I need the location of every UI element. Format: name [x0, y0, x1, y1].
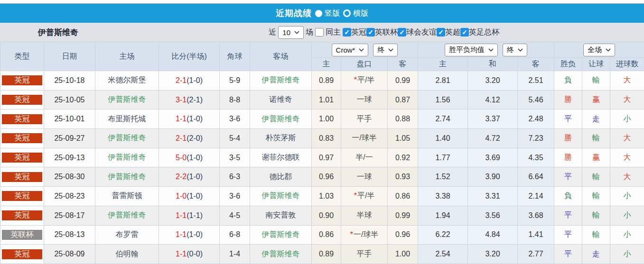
away-team-link[interactable]: 伊普斯维奇	[262, 76, 300, 84]
date-cell: 25-08-23	[44, 187, 95, 206]
odds-away-cell: 0.99	[388, 206, 418, 225]
league-label: 英联杯	[375, 27, 398, 37]
match-type-badge: 英冠	[2, 153, 42, 163]
avg-type-select[interactable]: 胜平负均值	[445, 44, 498, 56]
handicap-cell: *平/半	[341, 71, 388, 91]
avg-home-cell: 1.52	[418, 167, 468, 187]
avg-draw-cell: 4.12	[468, 90, 518, 109]
odds-company-select[interactable]: Crow*	[332, 44, 369, 56]
full-score: 1-1	[176, 230, 187, 238]
half-score: (1-0)	[187, 173, 203, 181]
home-team-cell: 伊普斯维奇	[95, 129, 159, 148]
table-row: 英冠25-09-13伊普斯维奇5-0(1-0)3-5谢菲尔德联0.97半/一0.…	[0, 148, 644, 167]
home-team-link[interactable]: 伊普斯维奇	[108, 173, 146, 181]
handicap-result-cell: 赢	[582, 148, 610, 167]
radio-unselected-icon[interactable]	[343, 9, 351, 17]
home-team-link[interactable]: 伊普斯维奇	[108, 95, 146, 103]
home-team-link[interactable]: 布罗雷	[116, 230, 139, 238]
home-team-link[interactable]: 普雷斯顿	[112, 191, 142, 200]
goals-cell: 大	[610, 167, 644, 187]
avg-home-cell: 2.74	[418, 109, 468, 129]
matches-count-select[interactable]: 10	[278, 26, 304, 39]
avg-draw-cell: 3.31	[468, 187, 518, 206]
handicap-result-cell: 走	[582, 245, 610, 264]
away-team-link[interactable]: 伊普斯维奇	[262, 250, 300, 258]
same-home-label: 同主	[326, 27, 341, 37]
league-checkbox[interactable]	[343, 28, 351, 36]
avg-home-cell: 6.22	[418, 225, 468, 245]
goals-cell: 小	[610, 225, 644, 245]
odds-home-cell: 0.89	[312, 71, 341, 91]
avg-time-value: 终	[507, 46, 514, 55]
table-row: 英冠25-09-27伊普斯维奇2-1(2-0)5-4朴茨茅斯0.83一/球半1.…	[0, 129, 644, 148]
avg-draw-cell: 4.72	[468, 129, 518, 148]
same-home-checkbox[interactable]	[315, 28, 324, 36]
away-team-link[interactable]: 德比郡	[270, 173, 292, 181]
result-cell: 平	[554, 167, 582, 187]
handicap-cell: 半球	[341, 206, 388, 225]
handicap-cell: *平/半	[341, 187, 388, 206]
home-team-link[interactable]: 米德尔斯堡	[108, 76, 146, 84]
away-team-link[interactable]: 伊普斯维奇	[262, 115, 300, 123]
half-score: (1-0)	[187, 154, 203, 162]
team-name: 伊普斯维奇	[38, 27, 78, 38]
home-team-link[interactable]: 伊普斯维奇	[108, 153, 146, 161]
away-team-link[interactable]: 朴茨茅斯	[266, 134, 296, 142]
match-type-cell: 英冠	[0, 187, 44, 206]
match-type-badge: 英冠	[2, 133, 42, 143]
away-team-link[interactable]: 谢菲尔德联	[262, 153, 300, 161]
corner-cell: 6-8	[220, 225, 250, 245]
home-team-link[interactable]: 伊普斯维奇	[108, 211, 146, 219]
radio-vertical-label[interactable]: 竖版	[325, 9, 340, 18]
league-checkbox[interactable]	[398, 28, 406, 36]
match-type-cell: 英冠	[0, 71, 44, 91]
half-score: (1-0)	[187, 230, 203, 238]
fullmatch-select[interactable]: 全场	[583, 44, 615, 56]
home-team-link[interactable]: 布里斯托城	[108, 115, 146, 123]
home-team-cell: 伊普斯维奇	[95, 90, 159, 109]
league-checkbox[interactable]	[437, 28, 445, 36]
radio-horizontal-label[interactable]: 横版	[353, 9, 368, 18]
handicap-result-cell: 走	[582, 109, 610, 129]
layout-radio-vertical[interactable]: 竖版	[315, 9, 340, 18]
date-cell: 25-09-13	[44, 148, 95, 167]
away-team-link[interactable]: 诺维奇	[270, 95, 292, 103]
handicap-cell: 平手	[341, 245, 388, 264]
home-team-cell: 伊普斯维奇	[95, 167, 159, 187]
league-label: 英足总杯	[469, 27, 499, 37]
avg-away-cell: 7.23	[518, 129, 554, 148]
home-team-cell: 布里斯托城	[95, 109, 159, 129]
league-checkbox[interactable]	[366, 28, 375, 36]
full-score: 1-1	[176, 211, 187, 219]
odds-away-cell: 0.87	[388, 90, 418, 109]
avg-away-cell: 2.77	[518, 245, 554, 264]
header-type: 类型	[0, 42, 44, 71]
star-marker: *	[350, 230, 353, 238]
layout-radio-horizontal[interactable]: 横版	[343, 9, 368, 18]
home-team-cell: 伊普斯维奇	[95, 148, 159, 167]
away-team-link[interactable]: 南安普敦	[266, 211, 296, 219]
avg-time-select[interactable]: 终	[503, 44, 527, 56]
header-avg-away: 客	[518, 58, 554, 71]
chevron-down-icon	[518, 48, 523, 52]
away-team-link[interactable]: 伊普斯维奇	[262, 230, 300, 238]
away-team-link[interactable]: 伊普斯维奇	[262, 191, 300, 200]
corner-cell: 6-3	[220, 167, 250, 187]
radio-selected-icon[interactable]	[315, 10, 322, 17]
home-team-link[interactable]: 伯明翰	[116, 250, 139, 258]
avg-draw-cell: 3.69	[468, 148, 518, 167]
league-checkbox[interactable]	[460, 28, 469, 36]
match-type-cell: 英冠	[0, 245, 44, 264]
home-team-link[interactable]: 伊普斯维奇	[108, 134, 146, 142]
odds-home-cell: 0.83	[312, 129, 341, 148]
chevron-down-icon	[606, 48, 611, 52]
result-cell: 平	[554, 206, 582, 225]
odds-time-select[interactable]: 终	[373, 44, 398, 56]
header-avg-draw: 和	[468, 58, 518, 71]
match-type-badge: 英冠	[2, 114, 42, 124]
result-cell: 勝	[554, 129, 582, 148]
odds-header-cell: Crow* 终	[312, 42, 418, 58]
top-strip	[0, 0, 644, 4]
full-score: 1-1	[176, 250, 187, 258]
handicap-result-cell: 輸	[582, 187, 610, 206]
